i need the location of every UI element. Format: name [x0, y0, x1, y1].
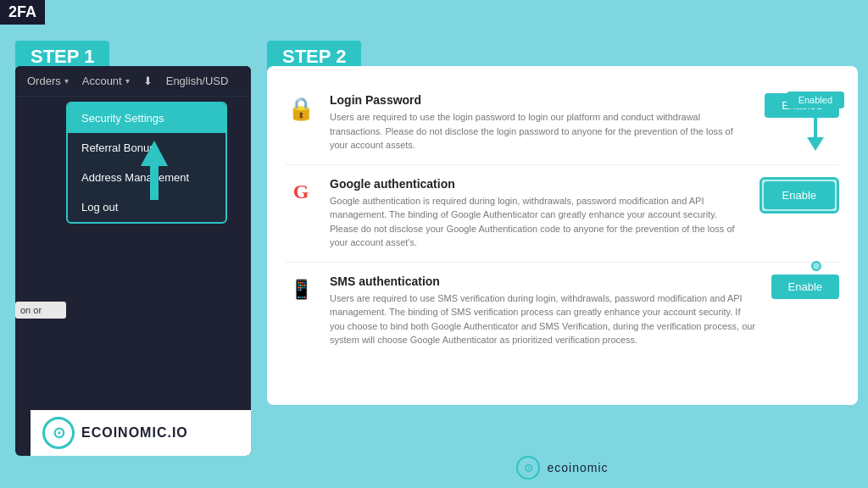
google-auth-desc: Google authentication is required during… [330, 194, 746, 250]
navbar: Orders ▾ Account ▾ ⬇ English/USD [15, 66, 251, 97]
arrow-shaft [150, 166, 159, 200]
login-password-desc: Users are required to use the login pass… [330, 110, 751, 152]
badge-2fa: 2FA [0, 0, 45, 25]
orders-chevron-icon: ▾ [64, 76, 69, 86]
step2-enabled-indicator: Enabled [787, 92, 844, 108]
login-password-title: Login Password [330, 93, 751, 107]
logo-icon-left: ⊙ [42, 417, 75, 449]
nav-download-icon[interactable]: ⬇ [143, 75, 153, 87]
step2-arrow-indicator: Enabled [787, 92, 844, 151]
step2-shaft [814, 112, 817, 137]
left-brand: ⊙ ECOINOMIC.IO [31, 410, 251, 456]
cursor-indicator [811, 261, 821, 271]
enable-highlight-box: Enable [760, 177, 839, 214]
nav-language[interactable]: English/USD [166, 75, 229, 87]
sms-auth-content: SMS authentication Users are required to… [330, 274, 758, 347]
sms-auth-enable-button[interactable]: Enable [771, 274, 839, 299]
login-password-row: 🔒 Login Password Users are required to u… [286, 81, 839, 165]
step1-arrow-indicator [141, 141, 168, 200]
left-panel: Orders ▾ Account ▾ ⬇ English/USD Securit… [15, 66, 251, 456]
brand-name-left: ECOINOMIC.IO [81, 425, 188, 441]
sms-auth-row: 📱 SMS authentication Users are required … [286, 263, 839, 359]
right-brand: ⊙ ecoinomic [267, 456, 858, 480]
brand-name-right: ecoinomic [547, 461, 608, 474]
step2-arrowhead-icon [807, 137, 824, 151]
nav-account[interactable]: Account ▾ [82, 75, 130, 87]
sms-auth-desc: Users are required to use SMS verificati… [330, 291, 758, 347]
dropdown-item-security-settings[interactable]: Security Settings [68, 103, 225, 133]
sms-auth-title: SMS authentication [330, 274, 758, 288]
login-password-content: Login Password Users are required to use… [330, 93, 751, 152]
nav-orders[interactable]: Orders ▾ [27, 75, 69, 87]
brand-logo-left: ⊙ ECOINOMIC.IO [42, 417, 188, 449]
google-auth-action: Enable [760, 177, 839, 214]
google-auth-icon: G [286, 177, 316, 208]
google-auth-enable-button[interactable]: Enable [764, 181, 835, 209]
logo-icon-right: ⊙ [516, 456, 540, 480]
right-panel: 🔒 Login Password Users are required to u… [267, 66, 858, 405]
account-chevron-icon: ▾ [125, 76, 130, 86]
login-password-icon: 🔒 [286, 93, 316, 124]
brand-logo-right: ⊙ ecoinomic [516, 456, 608, 480]
arrow-up-icon [141, 141, 168, 166]
sms-auth-action: Enable [771, 274, 839, 299]
google-auth-content: Google authentication Google authenticat… [330, 177, 746, 250]
google-auth-title: Google authentication [330, 177, 746, 191]
google-auth-row: G Google authentication Google authentic… [286, 165, 839, 263]
sms-auth-icon: 📱 [286, 274, 316, 305]
partial-text: on or [15, 302, 66, 319]
